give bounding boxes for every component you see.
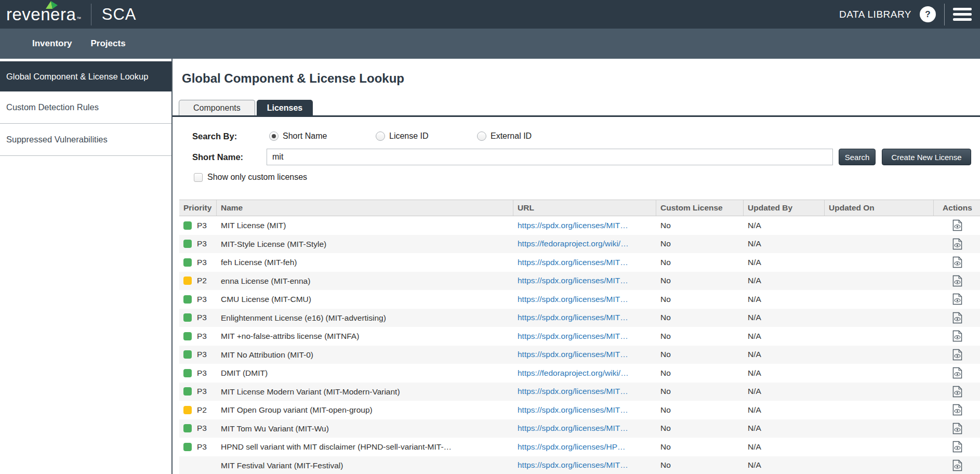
column-header-url: URL: [513, 200, 656, 216]
custom-licenses-checkbox-row: Show only custom licenses: [194, 173, 307, 182]
view-document-icon[interactable]: [952, 386, 962, 398]
license-url-link[interactable]: https://spdx.org/licenses/MIT…: [518, 387, 628, 396]
url-cell: https://spdx.org/licenses/MIT…: [513, 332, 656, 341]
radio-icon-license-id[interactable]: [376, 131, 385, 141]
view-document-icon[interactable]: [952, 293, 962, 305]
updated-by-cell: N/A: [744, 295, 825, 304]
short-name-label: Short Name:: [192, 152, 243, 162]
view-document-icon[interactable]: [952, 330, 962, 342]
license-url-link[interactable]: https://spdx.org/licenses/MIT…: [518, 350, 628, 359]
name-cell: MIT-Style License (MIT-Style): [217, 235, 513, 254]
priority-cell: P3: [179, 221, 217, 230]
actions-cell: [934, 238, 980, 250]
radio-icon-short-name[interactable]: [269, 131, 279, 141]
priority-text: P3: [197, 239, 207, 248]
updated-by-cell: N/A: [744, 276, 825, 285]
custom-licenses-checkbox[interactable]: [194, 173, 203, 182]
priority-cell: P2: [179, 405, 217, 415]
priority-cell: P3: [179, 350, 217, 359]
radio-option-license-id[interactable]: License ID: [376, 131, 429, 141]
short-name-input[interactable]: [267, 149, 833, 165]
view-document-icon[interactable]: [952, 219, 962, 231]
name-cell: MIT +no-false-attribs license (MITNFA): [217, 327, 513, 346]
table-header-row: PriorityNameURLCustom LicenseUpdated ByU…: [179, 200, 980, 216]
view-document-icon[interactable]: [952, 275, 962, 287]
name-cell: enna License (MIT-enna): [217, 272, 513, 291]
license-url-link[interactable]: https://spdx.org/licenses/MIT…: [518, 295, 628, 304]
menu-icon[interactable]: [953, 7, 972, 22]
license-url-link[interactable]: https://spdx.org/licenses/MIT…: [518, 405, 628, 415]
license-url-link[interactable]: https://spdx.org/licenses/MIT…: [518, 460, 628, 470]
url-cell: https://fedoraproject.org/wiki/…: [513, 239, 656, 248]
column-header-name: Name: [217, 200, 513, 216]
priority-text: P3: [197, 424, 207, 433]
priority-cell: P3: [179, 239, 217, 248]
url-cell: https://spdx.org/licenses/MIT…: [513, 424, 656, 433]
radio-option-short-name[interactable]: Short Name: [269, 131, 327, 141]
priority-badge-p3: [183, 443, 192, 451]
view-document-icon[interactable]: [952, 423, 962, 434]
radio-option-external-id[interactable]: External ID: [477, 131, 532, 141]
actions-cell: [934, 404, 980, 416]
view-document-icon[interactable]: [952, 367, 962, 379]
brand-area: revenera™ SCA: [0, 4, 137, 25]
priority-text: P3: [197, 258, 207, 267]
license-url-link[interactable]: https://spdx.org/licenses/MIT…: [518, 332, 628, 341]
updated-by-cell: N/A: [744, 313, 825, 322]
sidebar-item-global-component-license-lookup[interactable]: Global Component & License Lookup: [0, 61, 171, 91]
name-cell: MIT No Attribution (MIT-0): [217, 346, 513, 364]
view-document-icon[interactable]: [952, 349, 962, 361]
license-url-link[interactable]: https://spdx.org/licenses/MIT…: [518, 313, 628, 322]
data-library-link[interactable]: DATA LIBRARY: [839, 9, 911, 20]
priority-badge-p3: [183, 387, 192, 396]
view-document-icon[interactable]: [952, 459, 962, 471]
custom-license-cell: No: [656, 368, 744, 378]
url-cell: https://spdx.org/licenses/MIT…: [513, 276, 656, 285]
license-url-link[interactable]: https://fedoraproject.org/wiki/…: [518, 239, 629, 248]
url-cell: https://spdx.org/licenses/MIT…: [513, 350, 656, 359]
view-document-icon[interactable]: [952, 256, 962, 268]
license-url-link[interactable]: https://spdx.org/licenses/MIT…: [518, 221, 628, 230]
sidebar-item-suppressed-vulnerabilities[interactable]: Suppressed Vulnerabilities: [0, 124, 171, 156]
tab-components[interactable]: Components: [179, 100, 255, 115]
name-cell: CMU License (MIT-CMU): [217, 290, 513, 309]
license-url-link[interactable]: https://spdx.org/licenses/MIT…: [518, 424, 628, 433]
search-button[interactable]: Search: [839, 149, 876, 165]
priority-cell: P3: [179, 258, 217, 267]
logo-text: revenera: [6, 5, 76, 24]
license-url-link[interactable]: https://spdx.org/licenses/MIT…: [518, 276, 628, 285]
radio-icon-external-id[interactable]: [477, 131, 486, 141]
priority-badge-p3: [183, 350, 192, 359]
view-document-icon[interactable]: [952, 441, 962, 453]
priority-badge-p3: [183, 369, 192, 377]
license-table: PriorityNameURLCustom LicenseUpdated ByU…: [179, 200, 980, 474]
sidebar-item-custom-detection-rules[interactable]: Custom Detection Rules: [0, 91, 171, 124]
actions-cell: [934, 423, 980, 434]
custom-license-cell: No: [656, 405, 744, 415]
revenera-logo: revenera™: [6, 6, 82, 23]
priority-text: P3: [197, 313, 207, 322]
name-cell: DMIT (DMIT): [217, 364, 513, 383]
url-cell: https://spdx.org/licenses/MIT…: [513, 221, 656, 230]
actions-cell: [934, 256, 980, 268]
url-cell: https://spdx.org/licenses/MIT…: [513, 387, 656, 396]
priority-cell: P3: [179, 387, 217, 396]
help-icon[interactable]: ?: [920, 6, 936, 22]
view-document-icon[interactable]: [952, 312, 962, 324]
create-new-license-button[interactable]: Create New License: [882, 149, 971, 165]
custom-licenses-checkbox-label: Show only custom licenses: [207, 173, 307, 182]
radio-label-license-id: License ID: [389, 131, 429, 141]
priority-badge-p2: [183, 276, 192, 285]
table-row: P3MIT No Attribution (MIT-0)https://spdx…: [179, 346, 980, 364]
nav-item-inventory[interactable]: Inventory: [32, 38, 72, 49]
license-url-link[interactable]: https://spdx.org/licenses/HP…: [518, 442, 626, 452]
license-url-link[interactable]: https://spdx.org/licenses/MIT…: [518, 258, 628, 267]
license-url-link[interactable]: https://fedoraproject.org/wiki/…: [518, 368, 629, 378]
actions-cell: [934, 441, 980, 453]
nav-item-projects[interactable]: Projects: [91, 38, 126, 49]
view-document-icon[interactable]: [952, 404, 962, 416]
priority-badge-p3: [183, 424, 192, 432]
table-row: P3MIT License (MIT)https://spdx.org/lice…: [179, 216, 980, 235]
tab-licenses[interactable]: Licenses: [257, 100, 313, 115]
view-document-icon[interactable]: [952, 238, 962, 250]
